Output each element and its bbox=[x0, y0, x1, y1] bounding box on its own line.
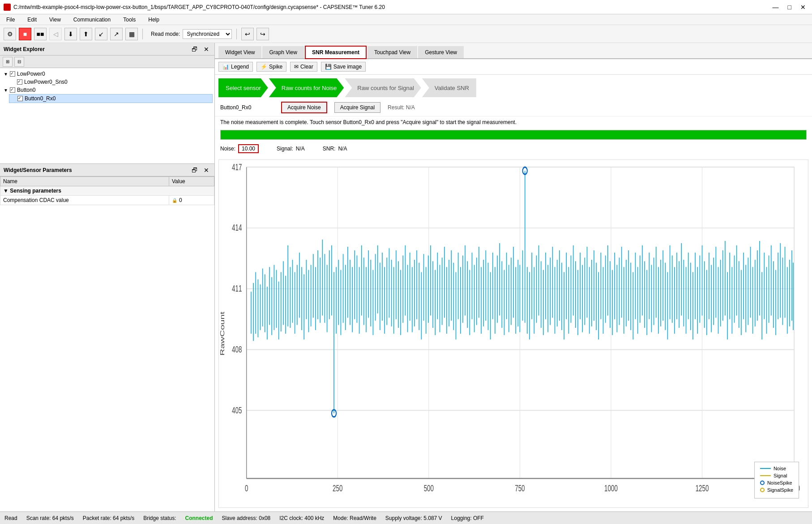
message-row: The noise measurement is complete. Touch… bbox=[215, 116, 812, 128]
status-packet-rate: Packet rate: 64 pkts/s bbox=[83, 515, 134, 521]
legend-noisespike-label: NoiseSpike bbox=[767, 480, 792, 485]
step-select-sensor[interactable]: Select sensor bbox=[218, 78, 268, 97]
widget-explorer-controls: 🗗 ✕ bbox=[190, 45, 211, 54]
titlebar-controls: — □ ✕ bbox=[770, 3, 808, 12]
result-label-text: Result: bbox=[388, 104, 404, 111]
save-icon: 💾 bbox=[325, 64, 332, 70]
legend-noise-line bbox=[760, 468, 771, 469]
noise-metric-value: 10.00 bbox=[238, 144, 259, 153]
read-mode-select[interactable]: Synchronized Free Running bbox=[183, 29, 232, 39]
tab-snr-measurement[interactable]: SNR Measurement bbox=[305, 46, 367, 59]
snr-message: The noise measurement is complete. Touch… bbox=[220, 119, 517, 125]
settings-button[interactable]: ⚙ bbox=[4, 28, 16, 40]
minimize-button[interactable]: — bbox=[770, 3, 782, 12]
svg-text:1000: 1000 bbox=[604, 483, 618, 494]
close-button[interactable]: ✕ bbox=[798, 3, 808, 12]
import-button[interactable]: ↙ bbox=[95, 28, 107, 40]
svg-text:500: 500 bbox=[424, 483, 434, 494]
step-validate-snr[interactable]: Validate SNR bbox=[422, 78, 476, 97]
tree-expand-all[interactable]: ⊞ bbox=[3, 57, 13, 67]
widget-explorer-close[interactable]: ✕ bbox=[202, 45, 211, 54]
menu-communication[interactable]: Communication bbox=[71, 16, 113, 24]
acquire-noise-button[interactable]: Acquire Noise bbox=[281, 102, 327, 113]
tree-area: ▼ LowPower0 LowPower0_Sns0 ▼ Button0 bbox=[0, 68, 214, 160]
maximize-button[interactable]: □ bbox=[785, 3, 794, 12]
sensor-params-close[interactable]: ✕ bbox=[202, 166, 211, 175]
save-image-button[interactable]: 💾 Save image bbox=[321, 62, 366, 72]
legend-button[interactable]: 📊 Legend bbox=[218, 62, 253, 72]
chart-container: 417 414 411 408 405 0 250 500 750 1000 1… bbox=[215, 156, 812, 511]
noise-metric: Noise: 10.00 bbox=[220, 144, 259, 153]
svg-text:405: 405 bbox=[232, 405, 242, 416]
step-raw-noise[interactable]: Raw counts for Noise bbox=[269, 78, 344, 97]
checkbox-button0-rx0[interactable] bbox=[17, 96, 23, 101]
cdac-value-text: 0 bbox=[179, 197, 182, 203]
checkbox-lowpower0[interactable] bbox=[10, 71, 15, 77]
tab-widget-view[interactable]: Widget View bbox=[218, 46, 261, 58]
menu-edit[interactable]: Edit bbox=[25, 16, 39, 24]
tree-toolbar: ⊞ ⊟ bbox=[0, 56, 214, 68]
params-section-sensing: ▼ Sensing parameters bbox=[0, 186, 214, 196]
toolbar-separator bbox=[142, 29, 143, 39]
undo-button[interactable]: ↩ bbox=[241, 28, 254, 40]
status-bridge-label: Bridge status: bbox=[143, 515, 176, 521]
menu-help[interactable]: Help bbox=[145, 16, 162, 24]
menu-tools[interactable]: Tools bbox=[120, 16, 138, 24]
tree-item-button0-rx0[interactable]: Button0_Rx0 bbox=[9, 94, 213, 103]
sensor-params-title: Widget/Sensor Parameters bbox=[4, 167, 72, 173]
acquire-signal-button[interactable]: Acquire Signal bbox=[334, 102, 380, 113]
widget-explorer-restore[interactable]: 🗗 bbox=[190, 45, 199, 54]
tree-collapse-all[interactable]: ⊟ bbox=[14, 57, 24, 67]
step-validate-snr-label: Validate SNR bbox=[435, 85, 469, 91]
menu-file[interactable]: File bbox=[4, 16, 17, 24]
params-col-name: Name bbox=[0, 177, 169, 186]
toolbar: ⚙ ■ ■■ ◁ ⬇ ⬆ ↙ ↗ ▦ Read mode: Synchroniz… bbox=[0, 25, 812, 43]
tab-gesture-view[interactable]: Gesture View bbox=[418, 46, 464, 58]
expand-button0: ▼ bbox=[4, 88, 8, 93]
expand-lowpower0: ▼ bbox=[4, 72, 8, 77]
tab-graph-view[interactable]: Graph View bbox=[262, 46, 303, 58]
chart-inner: 417 414 411 408 405 0 250 500 750 1000 1… bbox=[218, 159, 808, 508]
legend-noise-label: Noise bbox=[774, 466, 786, 471]
save-image-label: Save image bbox=[333, 64, 362, 70]
clear-button[interactable]: ✉ Clear bbox=[290, 62, 317, 72]
upload-button[interactable]: ⬆ bbox=[80, 28, 92, 40]
redo-button[interactable]: ↪ bbox=[256, 28, 269, 40]
stop-button[interactable]: ■ bbox=[19, 28, 31, 40]
svg-text:0: 0 bbox=[245, 483, 248, 494]
tab-touchpad-view[interactable]: Touchpad View bbox=[368, 46, 417, 58]
legend-noisespike-dot bbox=[760, 481, 765, 485]
clear-label: Clear bbox=[300, 64, 313, 70]
checkbox-button0[interactable] bbox=[10, 87, 15, 93]
export-button[interactable]: ↗ bbox=[110, 28, 123, 40]
legend-signalspike: SignalSpike bbox=[760, 487, 793, 493]
tree-item-button0[interactable]: ▼ Button0 bbox=[2, 86, 213, 94]
tree-label-lowpower0: LowPower0 bbox=[17, 71, 45, 77]
sensor-params-restore[interactable]: 🗗 bbox=[190, 166, 199, 175]
tree-item-lowpower0[interactable]: ▼ LowPower0 bbox=[2, 70, 213, 78]
download-button[interactable]: ⬇ bbox=[64, 28, 77, 40]
param-cdac-value: 🔒 0 bbox=[169, 196, 214, 205]
grid-button[interactable]: ▦ bbox=[125, 28, 138, 40]
progress-bar-fill bbox=[221, 130, 806, 139]
param-cdac-name: Compensation CDAC value bbox=[0, 196, 169, 205]
spike-button[interactable]: ⚡ Spike bbox=[256, 62, 286, 72]
legend-signalspike-label: SignalSpike bbox=[767, 487, 793, 493]
checkbox-lowpower0-sns0[interactable] bbox=[17, 79, 22, 85]
step-raw-signal[interactable]: Raw counts for Signal bbox=[345, 78, 421, 97]
progress-bar-container bbox=[220, 130, 807, 140]
app-icon bbox=[4, 4, 11, 11]
metrics-row: Noise: 10.00 Signal: N/A SNR: N/A bbox=[215, 142, 812, 156]
result-label: Result: N/A bbox=[388, 104, 415, 111]
sensor-params-header: Widget/Sensor Parameters 🗗 ✕ bbox=[0, 164, 214, 176]
snr-metric-label: SNR: bbox=[323, 146, 336, 152]
spike-icon: ⚡ bbox=[261, 64, 267, 70]
status-connected: Connected bbox=[185, 515, 213, 521]
sensor-name-label: Button0_Rx0 bbox=[220, 104, 274, 111]
menu-view[interactable]: View bbox=[47, 16, 64, 24]
tree-item-lowpower0-sns0[interactable]: LowPower0_Sns0 bbox=[9, 78, 213, 86]
signal-metric: Signal: N/A bbox=[277, 144, 305, 153]
pause-button[interactable]: ■■ bbox=[34, 28, 47, 40]
legend-noisespike: NoiseSpike bbox=[760, 480, 793, 485]
noise-metric-label: Noise: bbox=[220, 146, 235, 152]
